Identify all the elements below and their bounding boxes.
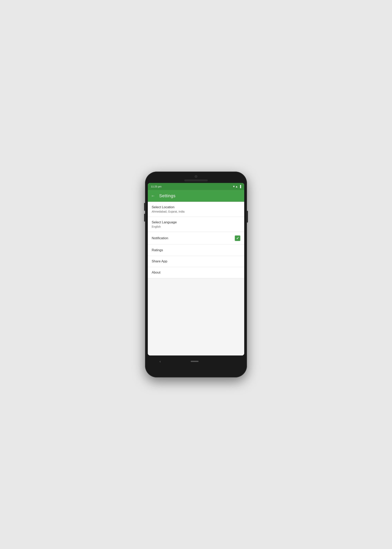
status-bar: 11:25 pm ▼▲ ▐: [148, 183, 244, 190]
settings-content: Select Location Ahmedabad, Gujarat, Indi…: [148, 202, 244, 355]
back-button[interactable]: ←: [151, 193, 155, 198]
nav-home-button[interactable]: [191, 361, 199, 362]
share-app-title: Share App: [152, 259, 167, 263]
select-location-subtitle: Ahmedabad, Gujarat, India: [152, 210, 184, 213]
power-button[interactable]: [247, 211, 248, 223]
about-title: About: [152, 271, 160, 274]
page-title: Settings: [159, 193, 176, 198]
select-location-item[interactable]: Select Location Ahmedabad, Gujarat, Indi…: [148, 202, 244, 217]
about-item[interactable]: About: [148, 267, 244, 278]
share-app-text: Share App: [152, 259, 167, 263]
nav-back-button[interactable]: ‹: [160, 359, 161, 364]
ratings-item[interactable]: Ratings: [148, 245, 244, 256]
app-bar: ← Settings: [148, 190, 244, 202]
phone-device: 11:25 pm ▼▲ ▐ ← Settings Select Location…: [145, 172, 247, 377]
select-language-subtitle: English: [152, 225, 177, 228]
ratings-text: Ratings: [152, 248, 163, 252]
notification-text: Notification: [152, 236, 168, 240]
volume-down-button[interactable]: [144, 214, 145, 222]
select-language-title: Select Language: [152, 220, 177, 224]
wifi-icon: ▼▲: [232, 185, 238, 188]
select-language-text: Select Language English: [152, 220, 177, 228]
battery-icon: ▐: [239, 185, 241, 188]
select-language-item[interactable]: Select Language English: [148, 217, 244, 232]
notification-checkbox[interactable]: ✓: [235, 235, 240, 241]
speaker-grill: [184, 179, 208, 181]
front-camera: [195, 175, 197, 178]
notification-title: Notification: [152, 236, 168, 240]
notification-item[interactable]: Notification ✓: [148, 232, 244, 245]
share-app-item[interactable]: Share App: [148, 256, 244, 267]
status-icons: ▼▲ ▐: [232, 185, 241, 188]
about-text: About: [152, 271, 160, 274]
phone-screen: 11:25 pm ▼▲ ▐ ← Settings Select Location…: [148, 183, 244, 355]
nav-bar: ‹: [148, 355, 244, 367]
ratings-title: Ratings: [152, 248, 163, 252]
status-time: 11:25 pm: [151, 185, 161, 188]
volume-up-button[interactable]: [144, 203, 145, 211]
select-location-title: Select Location: [152, 205, 184, 209]
checkmark-icon: ✓: [236, 236, 239, 240]
select-location-text: Select Location Ahmedabad, Gujarat, Indi…: [152, 205, 184, 213]
